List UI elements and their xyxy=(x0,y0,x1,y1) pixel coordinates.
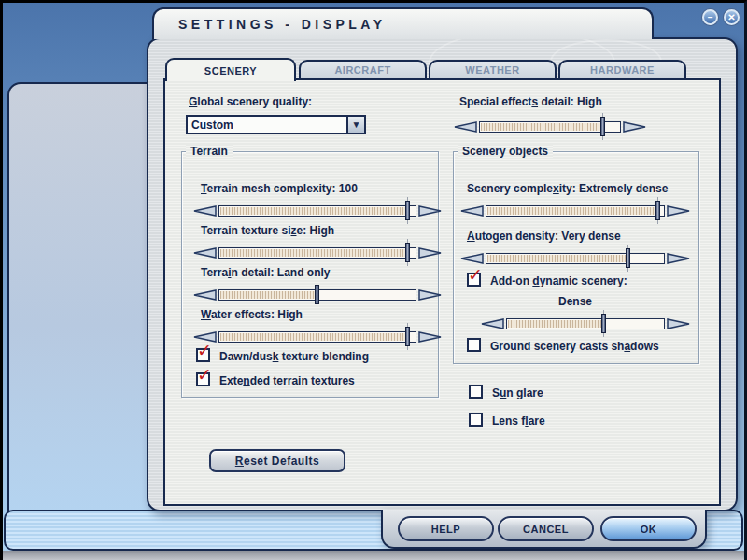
chevron-down-icon: ▼ xyxy=(352,120,361,130)
dialog-button-bar: HELP CANCEL OK xyxy=(381,510,707,549)
slider-left-arrow-icon[interactable] xyxy=(459,253,484,264)
water-effects-label: Water effects: High xyxy=(201,308,303,321)
minimize-icon: – xyxy=(708,13,713,22)
global-scenery-quality-label: Global scenery quality: xyxy=(189,95,312,108)
slider-fill xyxy=(220,333,407,341)
close-button[interactable]: ✕ xyxy=(724,9,740,25)
scenery-complexity-slider[interactable] xyxy=(459,201,691,221)
slider-handle[interactable] xyxy=(405,201,410,220)
slider-handle[interactable] xyxy=(600,117,605,136)
dawn-dusk-texture-blending-label: Dawn/dusk texture blending xyxy=(219,350,369,363)
slider-right-arrow-icon[interactable] xyxy=(667,205,691,217)
tab-hardware[interactable]: HARDWARE xyxy=(558,60,686,78)
slider-right-arrow-icon[interactable] xyxy=(418,205,443,217)
tab-weather[interactable]: WEATHER xyxy=(429,60,557,78)
slider-left-arrow-icon[interactable] xyxy=(459,205,484,217)
terrain-mesh-complexity-slider[interactable] xyxy=(192,201,443,221)
slider-fill xyxy=(220,207,407,215)
slider-track[interactable] xyxy=(486,253,665,264)
ground-scenery-casts-shadows-checkbox[interactable]: ✓ xyxy=(467,338,481,352)
slider-right-arrow-icon[interactable] xyxy=(418,247,443,259)
screen-bottom-strip xyxy=(0,551,747,560)
slider-fill xyxy=(487,207,657,215)
slider-fill xyxy=(220,249,407,257)
tab-aircraft[interactable]: AIRCRAFT xyxy=(299,60,427,78)
slider-handle[interactable] xyxy=(405,243,410,262)
slider-track[interactable] xyxy=(218,331,416,343)
terrain-mesh-complexity-label: Terrain mesh complexity: 100 xyxy=(201,182,358,195)
terrain-texture-size-label: Terrain texture size: High xyxy=(201,224,334,237)
slider-track[interactable] xyxy=(218,205,416,217)
slider-fill xyxy=(508,320,603,328)
addon-dynamic-scenery-checkbox[interactable]: ✓ xyxy=(467,273,481,287)
addon-density-value-label: Dense xyxy=(459,295,691,308)
ok-button[interactable]: OK xyxy=(600,516,697,541)
autogen-density-slider[interactable] xyxy=(459,248,691,269)
slider-fill xyxy=(481,123,602,131)
slider-left-arrow-icon[interactable] xyxy=(480,318,504,329)
cancel-button[interactable]: CANCEL xyxy=(498,516,594,541)
check-icon: ✓ xyxy=(197,364,212,385)
check-icon: ✓ xyxy=(468,264,483,285)
settings-dialog: SCENERY AIRCRAFT WEATHER HARDWARE Global… xyxy=(147,37,738,511)
close-icon: ✕ xyxy=(727,13,735,22)
global-scenery-quality-select[interactable]: Custom ▼ xyxy=(186,115,366,134)
autogen-density-label: Autogen density: Very dense xyxy=(467,230,621,243)
terrain-texture-size-slider[interactable] xyxy=(192,243,443,263)
slider-track[interactable] xyxy=(218,247,416,259)
help-button[interactable]: HELP xyxy=(398,516,494,541)
reset-defaults-button[interactable]: Reset Defaults xyxy=(209,449,345,472)
lens-flare-label: Lens flare xyxy=(492,414,545,427)
tab-scenery[interactable]: SCENERY xyxy=(165,58,296,81)
addon-density-slider[interactable] xyxy=(480,314,691,334)
slider-handle[interactable] xyxy=(405,327,410,346)
slider-handle[interactable] xyxy=(655,201,660,220)
terrain-detail-slider[interactable] xyxy=(192,285,443,305)
slider-track[interactable] xyxy=(479,121,621,133)
slider-track[interactable] xyxy=(486,205,665,217)
slider-handle[interactable] xyxy=(626,248,630,268)
scenery-objects-group-title: Scenery objects xyxy=(458,145,553,158)
extended-terrain-textures-label: Extended terrain textures xyxy=(219,374,355,387)
slider-right-arrow-icon[interactable] xyxy=(418,331,443,343)
slider-right-arrow-icon[interactable] xyxy=(418,289,443,301)
slider-right-arrow-icon[interactable] xyxy=(667,318,691,329)
water-effects-slider[interactable] xyxy=(192,327,443,347)
slider-handle[interactable] xyxy=(601,314,606,333)
check-icon: ✓ xyxy=(197,340,212,360)
terrain-group-title: Terrain xyxy=(186,145,233,158)
slider-fill xyxy=(220,291,317,299)
lens-flare-checkbox[interactable]: ✓ xyxy=(469,413,483,427)
slider-right-arrow-icon[interactable] xyxy=(667,253,691,264)
dialog-title-bar: SETTINGS - DISPLAY xyxy=(152,7,654,39)
addon-dynamic-scenery-label: Add-on dynamic scenery: xyxy=(490,274,627,287)
dawn-dusk-texture-blending-checkbox[interactable]: ✓ xyxy=(196,348,210,362)
slider-handle[interactable] xyxy=(315,285,319,304)
terrain-detail-label: Terrain detail: Land only xyxy=(201,266,331,279)
ground-scenery-casts-shadows-label: Ground scenery casts shadows xyxy=(490,340,659,353)
dialog-title: SETTINGS - DISPLAY xyxy=(178,17,386,32)
slider-left-arrow-icon[interactable] xyxy=(453,121,477,133)
tab-page-scenery: Global scenery quality: Custom ▼ Terrain… xyxy=(163,78,721,506)
special-effects-detail-label: Special effects detail: High xyxy=(459,95,602,108)
sun-glare-label: Sun glare xyxy=(492,386,543,399)
extended-terrain-textures-checkbox[interactable]: ✓ xyxy=(196,372,210,386)
special-effects-detail-slider[interactable] xyxy=(453,117,647,137)
scenery-complexity-label: Scenery complexity: Extremely dense xyxy=(467,182,668,195)
dropdown-arrow-button[interactable]: ▼ xyxy=(346,117,364,133)
sun-glare-checkbox[interactable]: ✓ xyxy=(469,385,483,399)
minimize-button[interactable]: – xyxy=(702,9,718,25)
slider-track[interactable] xyxy=(506,318,665,329)
screen: SCENERY AIRCRAFT WEATHER HARDWARE Global… xyxy=(0,0,747,560)
slider-right-arrow-icon[interactable] xyxy=(623,121,647,133)
slider-track[interactable] xyxy=(218,289,416,301)
slider-left-arrow-icon[interactable] xyxy=(192,289,217,301)
slider-left-arrow-icon[interactable] xyxy=(192,205,217,217)
selected-value: Custom xyxy=(188,117,346,133)
slider-left-arrow-icon[interactable] xyxy=(192,247,217,259)
slider-fill xyxy=(487,255,627,262)
